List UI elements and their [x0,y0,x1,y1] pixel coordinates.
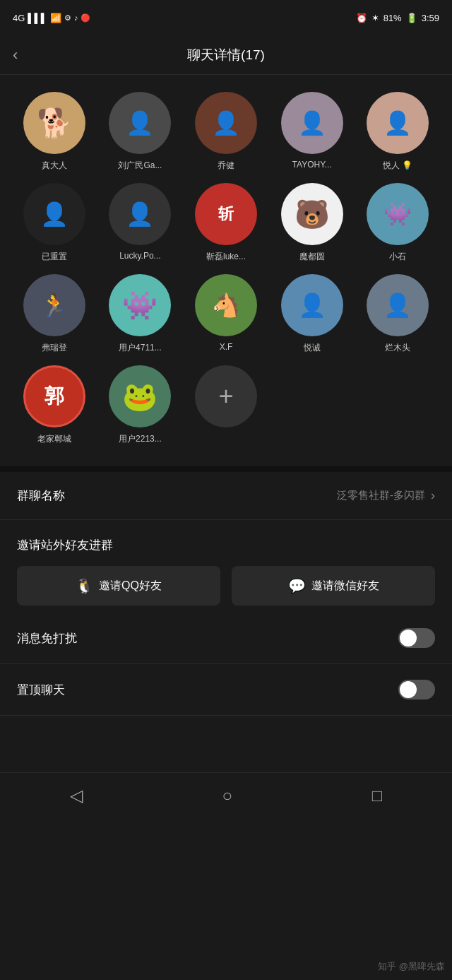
status-left: 4G ▌▌▌ 📶 ⚙ ♪ 🔴 [13,13,90,23]
member-item[interactable]: 🐕真大人 [14,92,95,172]
group-name-label: 群聊名称 [17,488,65,504]
avatar: 🐴 [195,274,257,336]
wechat-icon: 💬 [288,577,306,594]
member-name: 老家郸城 [37,433,71,445]
avatar: 👤 [367,274,429,336]
bluetooth-icon: ✶ [371,13,379,23]
member-name: 乔健 [218,160,234,172]
member-name: 弗瑞登 [42,342,67,354]
member-item[interactable]: 👾小石 [357,183,438,263]
group-name-text: 泛零售社群-多闪群 [337,489,425,502]
avatar: 👾 [367,183,429,245]
toggle-knob-pin [400,681,417,698]
member-name: 烂木头 [385,342,410,354]
avatar: 👤 [109,183,171,245]
invite-buttons: 🐧 邀请QQ好友 💬 邀请微信好友 [17,566,435,606]
avatar: 👤 [109,92,171,154]
invite-wechat-button[interactable]: 💬 邀请微信好友 [232,566,435,606]
section-divider [0,466,452,472]
invite-title: 邀请站外好友进群 [17,537,435,553]
watermark: 知乎 @黑啤先森 [378,960,445,973]
invite-qq-label: 邀请QQ好友 [99,579,162,594]
app-icon: 🔴 [81,13,90,23]
qq-icon: 🐧 [76,577,93,594]
avatar: 👤 [367,92,429,154]
members-section: 🐕真大人👤刘广民Ga...👤乔健👤TAYOHY...👤悦人 💡👤已重置👤Luck… [0,75,452,452]
bottom-nav: ◁ ○ □ [0,772,452,817]
do-not-disturb-label: 消息免打扰 [17,630,77,647]
member-item[interactable]: 👤乔健 [186,92,266,172]
avatar: 斩 [195,183,257,245]
pin-chat-toggle[interactable] [398,680,435,699]
status-bar: 4G ▌▌▌ 📶 ⚙ ♪ 🔴 ⏰ ✶ 81% 🔋 3:59 [0,0,452,35]
wifi-icon: 📶 [50,13,61,23]
avatar: 🐸 [109,365,171,427]
plus-icon: + [218,384,233,409]
member-name: 魔都圆 [299,251,325,263]
time: 3:59 [422,13,439,23]
members-grid: 🐕真大人👤刘广民Ga...👤乔健👤TAYOHY...👤悦人 💡👤已重置👤Luck… [14,92,438,445]
avatar: 👤 [195,92,257,154]
do-not-disturb-toggle[interactable] [398,628,435,648]
member-name: 真大人 [42,160,67,172]
invite-qq-button[interactable]: 🐧 邀请QQ好友 [17,566,220,606]
bt-icon: ⚙ [64,13,71,23]
header: ‹ 聊天详情(17) [0,35,452,75]
member-item[interactable]: 👤已重置 [14,183,95,263]
member-name: 悦人 💡 [383,160,412,172]
member-item[interactable]: 👤悦人 💡 [357,92,438,172]
nav-back-button[interactable]: ◁ [70,786,83,805]
invite-wechat-label: 邀请微信好友 [311,579,379,594]
member-name: TAYOHY... [292,160,332,170]
avatar: 🐕 [23,92,85,154]
member-item[interactable]: 斩靳磊luke... [186,183,266,263]
avatar: 👤 [281,92,343,154]
avatar: 👾 [109,274,171,336]
member-item[interactable]: 👤Lucky.Po... [100,183,181,263]
member-item[interactable]: 👤烂木头 [357,274,438,354]
tiktok-icon: ♪ [74,13,78,22]
member-item[interactable]: 郭老家郸城 [14,365,95,445]
nav-recent-button[interactable]: □ [372,786,383,805]
member-item[interactable]: 👤TAYOHY... [272,92,352,172]
member-item[interactable]: 🐸用户2213... [100,365,181,445]
signal-text: 4G [13,13,25,23]
member-item[interactable]: 👤刘广民Ga... [100,92,181,172]
member-name: 已重置 [42,251,67,263]
member-item[interactable]: 🐴X.F [186,274,266,354]
avatar: 👤 [23,183,85,245]
battery-text: 81% [383,13,402,23]
member-name: X.F [220,342,233,352]
group-name-row[interactable]: 群聊名称 泛零售社群-多闪群 › [0,472,452,520]
add-member-button[interactable]: + [195,365,257,427]
member-name: Lucky.Po... [119,251,160,261]
chevron-right-icon: › [431,488,435,503]
signal-bars-icon: ▌▌▌ [28,13,47,23]
alarm-icon: ⏰ [356,13,367,23]
pin-chat-row: 置顶聊天 [0,664,452,716]
member-name: 悦诚 [304,342,321,354]
member-item[interactable]: 👤悦诚 [272,274,352,354]
group-name-value: 泛零售社群-多闪群 › [337,488,435,503]
member-item[interactable]: 👾用户4711... [100,274,181,354]
add-member-item[interactable]: + [186,365,266,445]
do-not-disturb-row: 消息免打扰 [0,613,452,664]
member-item[interactable]: 🏃弗瑞登 [14,274,95,354]
battery-icon: 🔋 [406,13,417,23]
pin-chat-label: 置顶聊天 [17,682,65,698]
member-name: 用户2213... [119,433,162,445]
status-right: ⏰ ✶ 81% 🔋 3:59 [356,13,439,23]
member-name: 靳磊luke... [206,251,246,263]
page-title: 聊天详情(17) [187,46,265,64]
avatar: 👤 [281,274,343,336]
nav-home-button[interactable]: ○ [222,786,232,805]
member-name: 用户4711... [119,342,162,354]
avatar: 🐻 [281,183,343,245]
invite-section: 邀请站外好友进群 🐧 邀请QQ好友 💬 邀请微信好友 [0,520,452,613]
member-name: 小石 [389,251,406,263]
back-button[interactable]: ‹ [13,46,18,64]
toggle-knob [400,630,417,647]
member-name: 刘广民Ga... [118,160,162,172]
avatar: 郭 [23,365,85,427]
member-item[interactable]: 🐻魔都圆 [272,183,352,263]
